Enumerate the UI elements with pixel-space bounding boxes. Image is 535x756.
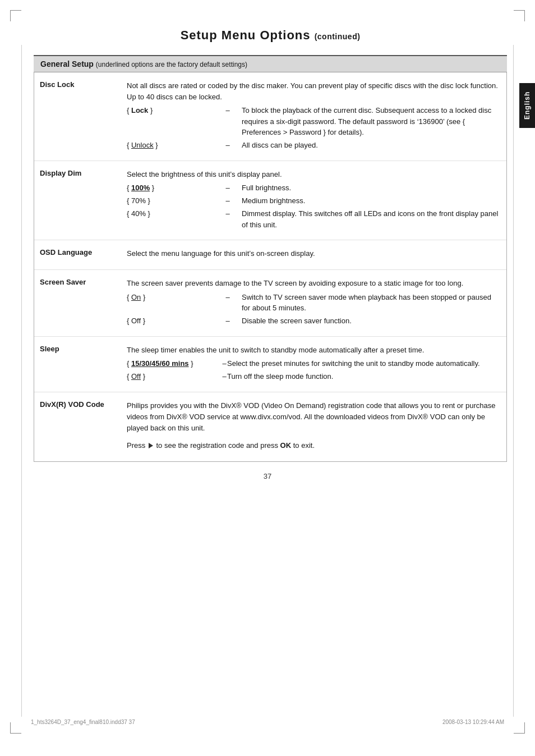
sleep-option-off: { Off } – Turn off the sleep mode functi… [127,371,501,382]
sleep-label: Sleep [40,345,127,353]
page-title-text: Setup Menu Options [181,28,311,42]
disc-lock-option-lock: { Lock } – To block the playback of the … [127,105,501,138]
language-tab: English [519,83,535,128]
section-header-title: General Setup [40,59,94,68]
screen-saver-label: Screen Saver [40,278,127,286]
footer-timestamp: 2008-03-13 10:29:44 AM [442,719,504,725]
sleep-option-mins: { 15/30/45/60 mins } – Select the preset… [127,358,501,369]
page-number: 37 [34,472,501,480]
page-title: Setup Menu Options (continued) [34,28,507,43]
screen-saver-description: The screen saver prevents damage to the … [127,278,501,328]
setting-osd-language: OSD Language Select the menu language fo… [34,240,506,270]
osd-language-label: OSD Language [40,248,127,256]
setting-screen-saver: Screen Saver The screen saver prevents d… [34,270,506,336]
display-dim-option-70: { 70% } – Medium brightness. [127,195,501,207]
disc-lock-label: Disc Lock [40,80,127,89]
screen-saver-option-off: { Off } – Disable the screen saver funct… [127,315,501,327]
display-dim-label: Display Dim [40,169,127,177]
osd-language-description: Select the menu language for this unit’s… [127,248,501,262]
section-header-note: (underlined options are the factory defa… [96,61,247,68]
setting-display-dim: Display Dim Select the brightness of thi… [34,161,506,240]
display-dim-option-40: { 40% } – Dimmest display. This switches… [127,208,501,230]
disc-lock-option-unlock: { Unlock } – All discs can be played. [127,140,501,151]
side-rule-right [513,45,514,717]
footer-filename: 1_hts3264D_37_eng4_final810.indd37 37 [31,719,135,725]
sleep-description: The sleep timer enables the unit to swit… [127,345,501,384]
settings-table: Disc Lock Not all discs are rated or cod… [34,72,507,462]
footer: 1_hts3264D_37_eng4_final810.indd37 37 20… [0,719,535,725]
setting-divx-vod: DivX(R) VOD Code Philips provides you wi… [34,392,506,461]
display-dim-option-100: { 100% } – Full brightness. [127,182,501,194]
section-header: General Setup (underlined options are th… [34,55,507,72]
corner-mark-tl [10,10,21,21]
page-title-continued: (continued) [315,32,361,41]
corner-mark-tr [514,10,525,21]
side-rule-left [21,45,22,717]
display-dim-description: Select the brightness of this unit’s dis… [127,169,501,232]
press-arrow-icon [149,443,153,448]
setting-sleep: Sleep The sleep timer enables the unit t… [34,337,506,392]
disc-lock-description: Not all discs are rated or coded by the … [127,80,501,153]
screen-saver-option-on: { On } – Switch to TV screen saver mode … [127,292,501,314]
divx-vod-label: DivX(R) VOD Code [40,400,127,409]
divx-vod-description: Philips provides you with the DivX® VOD … [127,400,501,453]
setting-disc-lock: Disc Lock Not all discs are rated or cod… [34,72,506,161]
